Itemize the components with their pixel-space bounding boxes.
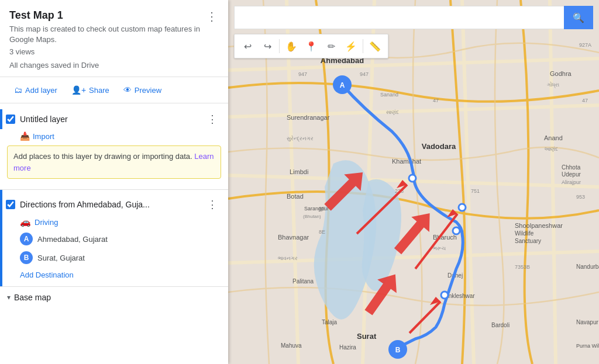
svg-text:(Bhutan): (Bhutan) [303, 214, 321, 219]
marker-button[interactable]: 📍 [302, 37, 321, 56]
preview-label: Preview [135, 86, 161, 95]
svg-text:Botad: Botad [287, 193, 304, 200]
layer-more-button[interactable]: ⋮ [204, 112, 221, 127]
basemap-section[interactable]: ▾ Base map [0, 287, 228, 308]
draw-line-button[interactable]: ✏ [322, 37, 340, 56]
svg-text:સુરેન્દ્રનગર: સુરેન્દ્રનગર [287, 135, 314, 142]
basemap-header[interactable]: ▾ Base map [7, 293, 221, 302]
svg-text:A: A [340, 81, 345, 89]
svg-text:751: 751 [471, 188, 480, 194]
share-button[interactable]: 👤+ Share [67, 83, 114, 97]
directions-section: Directions from Ahmedabad, Guja... ⋮ 🚗 D… [0, 190, 228, 287]
map-search-input[interactable] [234, 6, 564, 29]
svg-text:7353B: 7353B [515, 264, 530, 270]
share-icon: 👤+ [71, 85, 86, 95]
svg-text:947: 947 [360, 71, 369, 77]
preview-button[interactable]: 👁 Preview [119, 83, 166, 97]
route-button[interactable]: ⚡ [342, 37, 360, 56]
directions-more-button[interactable]: ⋮ [204, 197, 221, 212]
svg-text:Surat: Surat [357, 332, 377, 341]
svg-text:Anand: Anand [544, 134, 563, 141]
svg-text:Sarangpur: Sarangpur [304, 206, 329, 212]
svg-text:ભાવનગર: ભાવનગર [278, 255, 298, 261]
driving-icon: 🚗 [20, 217, 31, 227]
driving-label: Driving [35, 218, 58, 227]
redo-button[interactable]: ↪ [258, 37, 277, 56]
svg-text:Purna Wildlife: Purna Wildlife [576, 343, 599, 349]
toolbar-separator-2 [363, 39, 363, 53]
svg-point-59 [441, 292, 448, 299]
waypoint-b-marker: B [20, 251, 33, 264]
layer-section: Untitled layer ⋮ 📥 Import Add places to … [0, 103, 228, 190]
map-toolbar: ↩ ↪ ✋ 📍 ✏ ⚡ 📏 [234, 34, 388, 58]
svg-text:આણંદ: આણંદ [544, 146, 558, 152]
map-views: 3 views [9, 47, 219, 56]
svg-text:47: 47 [433, 98, 439, 103]
waypoint-b-label: Surat, Gujarat [37, 254, 85, 262]
svg-text:સાણંદ: સાણંદ [386, 109, 399, 115]
svg-text:Khambhat: Khambhat [392, 158, 421, 165]
map-more-button[interactable]: ⋮ [202, 8, 221, 25]
pan-button[interactable]: ✋ [282, 37, 301, 56]
share-label: Share [89, 86, 109, 95]
notice-text: Add places to this layer by drawing or i… [13, 152, 192, 161]
svg-text:947: 947 [298, 71, 307, 77]
svg-text:953: 953 [576, 194, 585, 200]
basemap-label: Base map [14, 293, 51, 302]
svg-text:Surendranagar: Surendranagar [287, 114, 330, 121]
svg-text:Navapur: Navapur [576, 319, 598, 325]
svg-text:B: B [395, 346, 401, 354]
svg-text:Shoolpaneshwar: Shoolpaneshwar [515, 222, 563, 229]
map-search-button[interactable]: 🔍 [564, 6, 593, 29]
svg-text:Sanand: Sanand [380, 92, 398, 98]
svg-point-56 [409, 175, 416, 182]
layer-left-bar [0, 109, 2, 129]
import-icon: 📥 [20, 131, 30, 141]
notice-box: Add places to this layer by drawing or i… [7, 145, 221, 179]
search-icon: 🔍 [573, 12, 584, 23]
svg-text:ગોધ્રા: ગોધ્રા [547, 81, 559, 88]
map-title: Test Map 1 [9, 9, 219, 22]
svg-text:Vadodara: Vadodara [422, 142, 456, 151]
svg-text:Palitana: Palitana [292, 278, 314, 285]
svg-text:Talaja: Talaja [322, 319, 338, 325]
directions-title: Directions from Ahmedabad, Guja... [20, 200, 204, 209]
add-layer-icon: 🗂 [14, 85, 22, 95]
waypoint-a-label: Ahmedabad, Gujarat [37, 235, 108, 244]
waypoint-b: B Surat, Gujarat [0, 248, 228, 267]
map-search-bar: 🔍 [234, 6, 593, 29]
svg-text:ભરૂચ: ભરૂચ [433, 245, 446, 251]
svg-point-58 [453, 227, 460, 234]
waypoint-a-marker: A [20, 233, 33, 245]
left-panel: ⋮ Test Map 1 This map is created to chec… [0, 0, 228, 364]
svg-text:Limbdi: Limbdi [290, 168, 308, 175]
svg-text:47: 47 [582, 98, 588, 103]
map-header: ⋮ Test Map 1 This map is created to chec… [0, 0, 228, 77]
directions-mode[interactable]: 🚗 Driving [0, 214, 228, 230]
svg-text:Nandurbar: Nandurbar [576, 264, 599, 270]
svg-text:Hazira: Hazira [339, 344, 356, 351]
measure-button[interactable]: 📏 [366, 37, 384, 56]
svg-point-57 [459, 204, 466, 211]
svg-text:927A: 927A [579, 42, 591, 48]
directions-checkbox[interactable] [6, 200, 15, 209]
basemap-chevron-icon: ▾ [7, 293, 11, 301]
add-layer-label: Add layer [25, 86, 57, 95]
map-description: This map is created to check out custom … [9, 24, 219, 45]
svg-text:Wildlife: Wildlife [515, 230, 534, 237]
svg-text:Chhota: Chhota [562, 164, 581, 171]
map-saved-status: All changes saved in Drive [9, 61, 219, 70]
add-destination-button[interactable]: Add Destination [0, 267, 81, 282]
directions-left-bar [0, 190, 2, 286]
import-label: Import [33, 132, 54, 141]
preview-icon: 👁 [123, 85, 132, 95]
svg-text:8E: 8E [319, 229, 325, 235]
layer-checkbox[interactable] [6, 115, 15, 124]
import-button[interactable]: 📥 Import [0, 129, 61, 143]
add-layer-button[interactable]: 🗂 Add layer [9, 83, 62, 97]
map-area: 🔍 ↩ ↪ ✋ 📍 ✏ ⚡ 📏 [228, 0, 599, 364]
directions-header: Directions from Ahmedabad, Guja... ⋮ [0, 195, 228, 214]
undo-button[interactable]: ↩ [238, 37, 257, 56]
svg-text:Alirajpur: Alirajpur [562, 179, 581, 185]
svg-text:Mahuva: Mahuva [281, 342, 302, 349]
